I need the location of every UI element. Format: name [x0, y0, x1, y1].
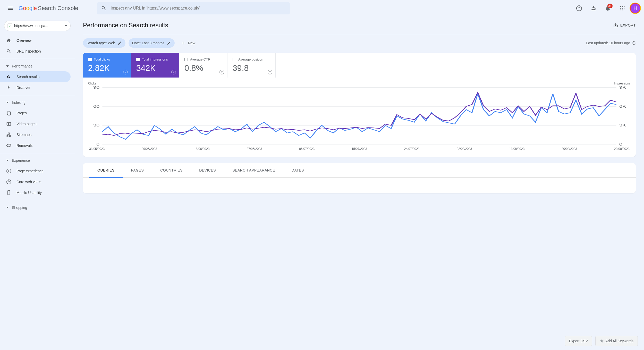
property-url: https://www.seospa... — [14, 24, 63, 28]
chart-svg: 00303K606K909K — [88, 86, 631, 146]
last-updated: Last updated: 10 hours ago — [586, 41, 636, 45]
sidebar-item-overview[interactable]: Overview — [0, 35, 71, 46]
download-icon — [613, 23, 618, 28]
svg-rect-16 — [7, 135, 8, 136]
sidebar-item-search-results[interactable]: G Search results — [0, 71, 71, 82]
metric-average-ctr[interactable]: Average CTR 0.8% ? — [179, 53, 227, 78]
add-all-keywords-button[interactable]: Add All Keywords — [595, 336, 638, 346]
checkbox-unchecked-icon — [184, 58, 188, 61]
export-csv-button[interactable]: Export CSV — [565, 336, 592, 346]
tab-pages[interactable]: PAGES — [123, 163, 152, 177]
google-g-icon: G — [6, 74, 11, 79]
url-inspect-bar[interactable] — [97, 2, 290, 14]
sitemap-icon — [6, 132, 11, 137]
sidebar-item-url-inspection[interactable]: URL inspection — [0, 46, 71, 57]
svg-rect-13 — [8, 112, 11, 115]
filter-date[interactable]: Date: Last 3 months — [129, 38, 175, 48]
svg-point-3 — [622, 6, 623, 7]
help-icon[interactable]: ? — [171, 70, 176, 74]
sidebar-label: Removals — [16, 143, 32, 148]
add-filter-button[interactable]: New — [178, 41, 198, 45]
chip-label: Date: Last 3 months — [132, 41, 164, 45]
url-inspect-input[interactable] — [111, 6, 286, 11]
page-title: Performance on Search results — [83, 22, 168, 29]
sidebar-section-indexing[interactable]: Indexing — [0, 97, 75, 108]
svg-rect-17 — [10, 135, 11, 136]
sidebar-item-pages[interactable]: Pages — [0, 108, 71, 118]
sidebar-label: Video pages — [16, 122, 37, 126]
export-button[interactable]: EXPORT — [613, 23, 636, 28]
svg-point-10 — [624, 10, 624, 10]
tab-dates[interactable]: DATES — [283, 163, 312, 177]
svg-text:G: G — [7, 74, 10, 79]
tab-search-appearance[interactable]: SEARCH APPEARANCE — [224, 163, 283, 177]
metric-label: Average CTR — [190, 57, 210, 61]
help-icon[interactable] — [632, 41, 636, 45]
checkbox-checked-icon: ✓ — [136, 58, 140, 61]
chevron-down-icon — [65, 25, 67, 27]
tab-devices[interactable]: DEVICES — [191, 163, 224, 177]
speed-icon — [6, 179, 11, 184]
sidebar-section-shopping[interactable]: Shopping — [0, 202, 75, 213]
google-logo: Google — [19, 5, 37, 12]
apps-button[interactable] — [616, 2, 629, 14]
property-selector[interactable]: ✓ https://www.seospa... — [4, 21, 71, 31]
sidebar-section-label: Indexing — [12, 100, 26, 105]
sidebar-item-page-experience[interactable]: Page experience — [0, 166, 71, 176]
performance-card: ✓Total clicks 2.82K ? ✓Total impressions… — [83, 53, 636, 157]
hamburger-menu-button[interactable] — [4, 2, 16, 14]
sidebar-label: Mobile Usability — [16, 191, 42, 195]
star-icon — [600, 339, 604, 343]
mobile-icon — [6, 190, 11, 195]
chart-x-axis: 31/05/202309/06/202318/06/202327/06/2023… — [88, 147, 631, 151]
video-icon — [6, 121, 11, 126]
svg-point-6 — [622, 8, 623, 8]
sidebar-item-core-web-vitals[interactable]: Core web vitals — [0, 176, 71, 187]
help-button[interactable] — [573, 2, 585, 14]
sidebar-label: Discover — [16, 86, 30, 90]
sidebar-item-discover[interactable]: Discover — [0, 82, 71, 93]
help-icon[interactable]: ? — [123, 70, 128, 74]
help-icon[interactable]: ? — [268, 70, 272, 74]
sidebar-label: Search results — [16, 75, 39, 79]
sidebar-item-sitemaps[interactable]: Sitemaps — [0, 129, 71, 140]
sidebar-section-performance[interactable]: Performance — [0, 61, 75, 71]
performance-chart: Clicks Impressions 00303K606K909K 31/05/… — [83, 78, 636, 157]
metric-average-position[interactable]: Average position 39.8 ? — [227, 53, 276, 78]
metric-label: Total clicks — [94, 57, 110, 61]
svg-text:30: 30 — [93, 123, 100, 127]
sidebar-label: Overview — [16, 38, 31, 42]
tab-queries[interactable]: QUERIES — [89, 163, 123, 177]
svg-text:0: 0 — [619, 142, 622, 146]
svg-text:9K: 9K — [619, 86, 626, 89]
sidebar-item-video-pages[interactable]: Video pages — [0, 118, 71, 129]
svg-point-5 — [620, 8, 621, 8]
notification-badge: 31 — [607, 4, 613, 8]
svg-text:90: 90 — [93, 86, 100, 89]
search-icon — [101, 5, 107, 11]
metric-total-impressions[interactable]: ✓Total impressions 342K ? — [131, 53, 179, 78]
notifications-button[interactable]: 31 — [602, 2, 614, 14]
plus-icon — [181, 41, 185, 45]
account-avatar[interactable]: H — [631, 4, 640, 13]
sidebar-section-experience[interactable]: Experience — [0, 155, 75, 166]
metric-total-clicks[interactable]: ✓Total clicks 2.82K ? — [83, 53, 131, 78]
product-name: Search Console — [38, 5, 78, 12]
edit-icon — [167, 41, 171, 45]
sidebar-section-label: Experience — [12, 158, 30, 163]
sidebar-item-removals[interactable]: Removals — [0, 140, 71, 151]
help-icon[interactable]: ? — [219, 70, 224, 74]
table-tabs: QUERIES PAGES COUNTRIES DEVICES SEARCH A… — [83, 163, 636, 178]
svg-point-8 — [620, 10, 621, 10]
tab-countries[interactable]: COUNTRIES — [152, 163, 191, 177]
metric-value: 2.82K — [88, 63, 126, 73]
chevron-down-icon — [6, 102, 9, 103]
metric-label: Average position — [238, 57, 263, 61]
svg-text:0: 0 — [96, 142, 99, 146]
users-button[interactable] — [587, 2, 600, 14]
sidebar-label: Sitemaps — [16, 133, 31, 137]
edit-icon — [118, 41, 122, 45]
filter-search-type[interactable]: Search type: Web — [83, 38, 125, 48]
svg-point-4 — [624, 6, 624, 7]
sidebar-item-mobile-usability[interactable]: Mobile Usability — [0, 187, 71, 198]
